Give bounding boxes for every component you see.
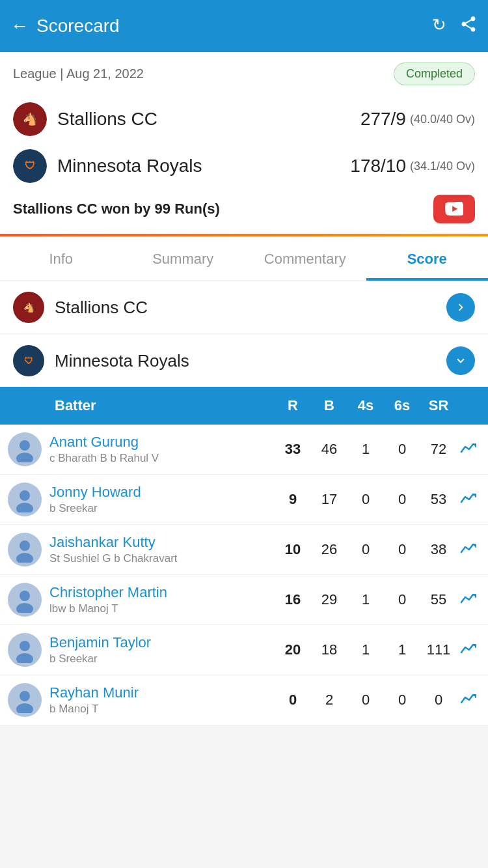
batter-avatar (8, 583, 42, 617)
team1-overs: (40.0/40 Ov) (410, 113, 475, 126)
batter-info: Jaishankar Kutty St Sushiel G b Chakrava… (49, 534, 275, 565)
batter-balls: 26 (311, 541, 347, 558)
team1-name: Stallions CC (57, 109, 360, 130)
batter-avatar (8, 432, 42, 466)
header: ← Scorecard ↻ (0, 0, 488, 52)
batter-fours: 1 (347, 641, 384, 658)
team1-collapse-row[interactable]: 🐴 Stallions CC (0, 281, 488, 333)
batter-avatar (8, 683, 42, 717)
youtube-button[interactable] (433, 195, 475, 223)
batter-avatar (8, 533, 42, 567)
table-row: Jonny Howard b Sreekar 9 17 0 0 53 (0, 475, 488, 525)
batter-chart-icon[interactable] (457, 490, 480, 509)
batter-name[interactable]: Jonny Howard (49, 484, 275, 501)
batter-sixes: 0 (384, 441, 420, 458)
result-text: Stallions CC won by 99 Run(s) (13, 201, 220, 217)
batter-name[interactable]: Benjamin Taylor (49, 634, 275, 651)
col-r-header: R (275, 397, 311, 414)
table-row: Benjamin Taylor b Sreekar 20 18 1 1 111 (0, 625, 488, 675)
team1-score: 277/9 (360, 109, 406, 130)
team2-collapse-row[interactable]: 🛡 Minnesota Royals (0, 335, 488, 387)
batter-runs: 16 (275, 591, 311, 608)
svg-point-4 (20, 540, 30, 551)
svg-point-7 (16, 603, 33, 613)
table-row: Anant Gurung c Bharath B b Rahul V 33 46… (0, 425, 488, 475)
svg-point-8 (20, 641, 30, 651)
col-sr-header: SR (420, 397, 457, 414)
table-row: Christopher Martin lbw b Manoj T 16 29 1… (0, 575, 488, 625)
match-info-bar: League | Aug 21, 2022 Completed (0, 52, 488, 91)
batter-chart-icon[interactable] (457, 540, 480, 559)
team2-collapse-logo: 🛡 (13, 345, 44, 376)
team2-name: Minnesota Royals (57, 156, 350, 176)
batter-sixes: 1 (384, 641, 420, 658)
batter-runs: 9 (275, 491, 311, 508)
batter-sr: 111 (420, 641, 457, 658)
tab-score[interactable]: Score (366, 236, 489, 281)
team2-overs: (34.1/40 Ov) (410, 160, 475, 173)
batter-dismissal: b Sreekar (49, 652, 275, 665)
batter-name[interactable]: Anant Gurung (49, 434, 275, 451)
team1-logo: 🐴 (13, 102, 47, 136)
share-button[interactable] (459, 15, 478, 38)
batter-sr: 53 (420, 491, 457, 508)
batter-chart-icon[interactable] (457, 691, 480, 709)
batter-chart-icon[interactable] (457, 641, 480, 659)
batter-dismissal: c Bharath B b Rahul V (49, 452, 275, 465)
team2-collapse-name: Minnesota Royals (55, 351, 446, 371)
team1-row: 🐴 Stallions CC 277/9 (40.0/40 Ov) (13, 96, 475, 143)
header-actions: ↻ (432, 15, 478, 38)
batter-balls: 2 (311, 692, 347, 708)
batter-table-header: Batter R B 4s 6s SR (0, 387, 488, 425)
back-button[interactable]: ← (10, 16, 29, 36)
batter-sixes: 0 (384, 491, 420, 508)
batter-balls: 29 (311, 591, 347, 608)
batter-sixes: 0 (384, 591, 420, 608)
tab-summary[interactable]: Summary (122, 236, 245, 281)
batter-sixes: 0 (384, 692, 420, 708)
batter-runs: 20 (275, 641, 311, 658)
svg-point-5 (16, 553, 33, 563)
team1-collapse-logo: 🐴 (13, 292, 44, 323)
batter-dismissal: St Sushiel G b Chakravart (49, 552, 275, 565)
svg-point-6 (20, 591, 30, 601)
svg-point-9 (16, 653, 33, 663)
batter-dismissal: b Sreekar (49, 502, 275, 515)
svg-point-3 (16, 503, 33, 512)
batter-sr: 38 (420, 541, 457, 558)
refresh-button[interactable]: ↻ (432, 15, 446, 38)
batter-info: Benjamin Taylor b Sreekar (49, 634, 275, 665)
batter-fours: 0 (347, 541, 384, 558)
batter-name[interactable]: Christopher Martin (49, 584, 275, 601)
svg-point-0 (20, 440, 30, 451)
tab-commentary[interactable]: Commentary (244, 236, 366, 281)
batter-balls: 46 (311, 441, 347, 458)
table-row: Rayhan Munir b Manoj T 0 2 0 0 0 (0, 675, 488, 725)
batter-sr: 55 (420, 591, 457, 608)
batter-chart-icon[interactable] (457, 591, 480, 609)
batter-avatar (8, 483, 42, 516)
batter-name[interactable]: Rayhan Munir (49, 684, 275, 701)
batter-sixes: 0 (384, 541, 420, 558)
page-title: Scorecard (36, 16, 432, 36)
col-b-header: B (311, 397, 347, 414)
batter-sr: 0 (420, 692, 457, 708)
team2-collapse-button[interactable] (446, 346, 475, 375)
batter-fours: 1 (347, 441, 384, 458)
tabs-bar: Info Summary Commentary Score (0, 236, 488, 281)
team1-expand-button[interactable] (446, 293, 475, 322)
batter-dismissal: b Manoj T (49, 703, 275, 716)
batter-balls: 17 (311, 491, 347, 508)
tab-info[interactable]: Info (0, 236, 122, 281)
col-6s-header: 6s (384, 397, 420, 414)
svg-point-1 (16, 453, 33, 462)
status-badge: Completed (394, 63, 475, 85)
svg-point-10 (20, 691, 30, 701)
batter-fours: 0 (347, 692, 384, 708)
batter-chart-icon[interactable] (457, 440, 480, 458)
team2-score: 178/10 (350, 156, 406, 176)
batter-name[interactable]: Jaishankar Kutty (49, 534, 275, 551)
batter-avatar (8, 633, 42, 667)
batter-runs: 0 (275, 692, 311, 708)
teams-section: 🐴 Stallions CC 277/9 (40.0/40 Ov) 🛡 Minn… (0, 91, 488, 234)
